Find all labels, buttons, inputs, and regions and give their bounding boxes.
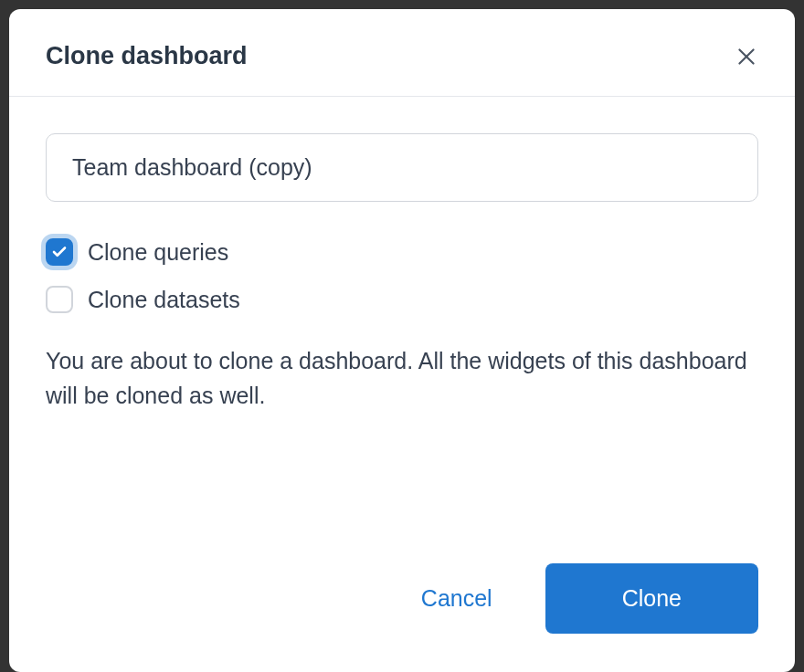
cancel-button[interactable]: Cancel bbox=[412, 567, 502, 630]
dialog-footer: Cancel Clone bbox=[9, 563, 795, 672]
clone-datasets-label: Clone datasets bbox=[88, 287, 240, 313]
clone-queries-row: Clone queries bbox=[46, 238, 758, 266]
clone-button[interactable]: Clone bbox=[545, 563, 758, 634]
dialog-body: Clone queries Clone datasets You are abo… bbox=[9, 97, 795, 563]
dialog-header: Clone dashboard bbox=[9, 9, 795, 97]
clone-queries-label: Clone queries bbox=[88, 239, 228, 266]
dialog-title: Clone dashboard bbox=[46, 42, 248, 70]
dialog-description: You are about to clone a dashboard. All … bbox=[46, 344, 758, 413]
close-icon[interactable] bbox=[735, 45, 758, 68]
clone-dashboard-dialog: Clone dashboard Clone queries bbox=[9, 9, 795, 672]
clone-datasets-row: Clone datasets bbox=[46, 286, 758, 313]
checkbox-group: Clone queries Clone datasets bbox=[46, 238, 758, 313]
clone-queries-checkbox[interactable] bbox=[46, 238, 73, 266]
clone-datasets-checkbox[interactable] bbox=[46, 286, 73, 313]
dashboard-name-input[interactable] bbox=[46, 133, 758, 202]
